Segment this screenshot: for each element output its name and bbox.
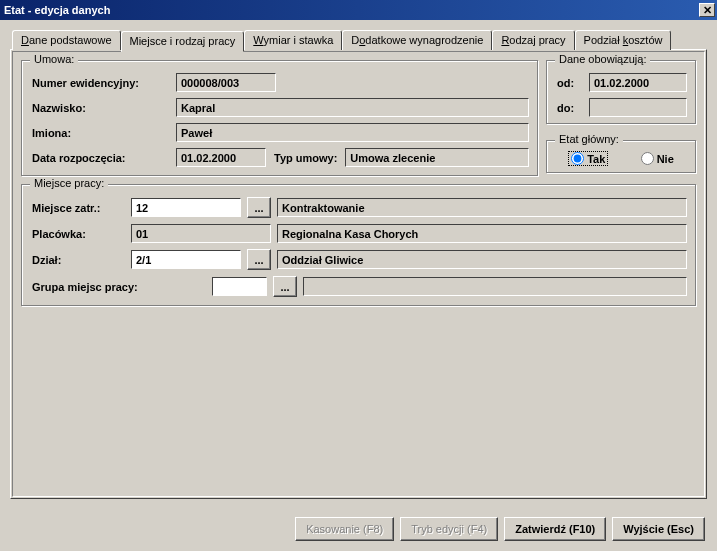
- tab-panel: Umowa: Numer ewidencyjny: 000008/003 Naz…: [10, 49, 707, 499]
- radio-tak[interactable]: Tak: [568, 151, 608, 166]
- radio-tak-input[interactable]: [571, 152, 584, 165]
- od-label: od:: [555, 76, 583, 90]
- plac-label: Placówka:: [30, 227, 125, 241]
- nazwisko-value: Kapral: [176, 98, 529, 117]
- grupa-label: Grupa miejsc pracy:: [30, 280, 170, 294]
- group-umowa: Umowa: Numer ewidencyjny: 000008/003 Naz…: [21, 60, 538, 176]
- group-etat-glowny: Etat główny: Tak Nie: [546, 140, 696, 173]
- window-title: Etat - edycja danych: [4, 4, 110, 16]
- group-dane-obowiazuja: Dane obowiązują: od: 01.02.2000 do:: [546, 60, 696, 124]
- zatr-name: Kontraktowanie: [277, 198, 687, 217]
- wyjscie-button[interactable]: Wyjście (Esc): [612, 517, 705, 541]
- do-value: [589, 98, 687, 117]
- typ-label: Typ umowy:: [272, 151, 339, 165]
- plac-code: 01: [131, 224, 271, 243]
- tab-wymiar-stawka[interactable]: Wymiar i stawka: [244, 30, 342, 50]
- close-icon: ✕: [703, 4, 712, 17]
- tab-podzial-kosztow[interactable]: Podział kosztów: [575, 30, 672, 50]
- numer-value: 000008/003: [176, 73, 276, 92]
- dzial-code[interactable]: 2/1: [131, 250, 241, 269]
- titlebar: Etat - edycja danych ✕: [0, 0, 717, 20]
- plac-name: Regionalna Kasa Chorych: [277, 224, 687, 243]
- zatwierdz-button[interactable]: Zatwierdź (F10): [504, 517, 606, 541]
- numer-label: Numer ewidencyjny:: [30, 76, 170, 90]
- dzial-lookup-button[interactable]: ...: [247, 249, 271, 270]
- dzial-name: Oddział Gliwice: [277, 250, 687, 269]
- imiona-value: Paweł: [176, 123, 529, 142]
- radio-nie[interactable]: Nie: [641, 152, 674, 165]
- zatr-lookup-button[interactable]: ...: [247, 197, 271, 218]
- grupa-code[interactable]: [212, 277, 267, 296]
- data-value: 01.02.2000: [176, 148, 266, 167]
- od-value: 01.02.2000: [589, 73, 687, 92]
- tab-strip: Dane podstawowe Miejsce i rodzaj pracy W…: [10, 30, 707, 50]
- window-body: Dane podstawowe Miejsce i rodzaj pracy W…: [0, 20, 717, 551]
- group-miejsce-pracy: Miejsce pracy: Miejsce zatr.: 12 ... Kon…: [21, 184, 696, 306]
- imiona-label: Imiona:: [30, 126, 170, 140]
- data-label: Data rozpoczęcia:: [30, 151, 170, 165]
- nazwisko-label: Nazwisko:: [30, 101, 170, 115]
- grupa-name: [303, 277, 687, 296]
- tab-rodzaj-pracy[interactable]: Rodzaj pracy: [492, 30, 574, 50]
- dzial-label: Dział:: [30, 253, 125, 267]
- zatr-code[interactable]: 12: [131, 198, 241, 217]
- typ-value: Umowa zlecenie: [345, 148, 529, 167]
- tryb-edycji-button[interactable]: Tryb edycji (F4): [400, 517, 498, 541]
- grupa-lookup-button[interactable]: ...: [273, 276, 297, 297]
- kasowanie-button[interactable]: Kasowanie (F8): [295, 517, 394, 541]
- zatr-label: Miejsce zatr.:: [30, 201, 125, 215]
- tab-dane-podstawowe[interactable]: Dane podstawowe: [12, 30, 121, 50]
- radio-nie-input[interactable]: [641, 152, 654, 165]
- group-umowa-legend: Umowa:: [30, 53, 78, 65]
- dane-obow-legend: Dane obowiązują:: [555, 53, 650, 65]
- miejsce-legend: Miejsce pracy:: [30, 177, 108, 189]
- button-bar: Kasowanie (F8) Tryb edycji (F4) Zatwierd…: [295, 517, 705, 541]
- do-label: do:: [555, 101, 583, 115]
- tab-dodatkowe-wynagrodzenie[interactable]: Dodatkowe wynagrodzenie: [342, 30, 492, 50]
- close-button[interactable]: ✕: [699, 3, 715, 17]
- tab-miejsce-rodzaj[interactable]: Miejsce i rodzaj pracy: [121, 31, 245, 52]
- etat-glowny-legend: Etat główny:: [555, 133, 623, 145]
